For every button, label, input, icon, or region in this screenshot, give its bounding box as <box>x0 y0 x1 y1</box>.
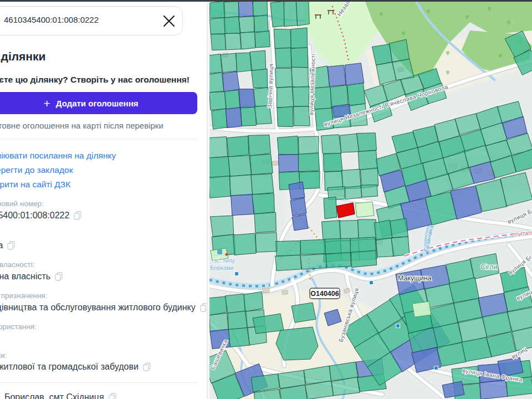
copy-icon[interactable] <box>55 272 63 281</box>
parcel[interactable] <box>276 327 318 360</box>
parcel[interactable] <box>291 28 308 48</box>
parcel[interactable] <box>209 296 227 315</box>
parcel-pale[interactable] <box>355 202 374 217</box>
parcel[interactable] <box>391 237 410 256</box>
parcel[interactable] <box>225 33 242 50</box>
parcel[interactable] <box>322 221 341 242</box>
parcel[interactable] <box>221 53 237 73</box>
parcel[interactable] <box>209 72 224 93</box>
parcel[interactable] <box>253 0 267 16</box>
parcel[interactable] <box>296 0 309 26</box>
parcel[interactable] <box>255 30 270 48</box>
parcel[interactable] <box>209 92 226 110</box>
parcel[interactable] <box>274 29 291 48</box>
parcel[interactable] <box>209 176 231 198</box>
parcel[interactable] <box>233 233 257 255</box>
parcel[interactable] <box>241 108 256 126</box>
parcel[interactable] <box>326 252 351 268</box>
add-listing-button[interactable]: + Додати оголошення <box>0 92 197 114</box>
close-icon[interactable] <box>162 14 176 28</box>
parcel-blue[interactable] <box>292 214 308 231</box>
open-dzk-action[interactable]: Відкрити на сайті ДЗК <box>0 180 70 190</box>
parcel[interactable] <box>251 174 274 195</box>
parcel[interactable] <box>325 238 351 254</box>
copy-icon[interactable] <box>7 241 15 250</box>
parcel[interactable] <box>275 255 301 271</box>
parcel[interactable] <box>324 197 337 219</box>
parcel[interactable] <box>239 16 254 33</box>
parcel[interactable] <box>250 50 266 70</box>
parcel[interactable] <box>462 337 492 362</box>
parcel[interactable] <box>300 239 326 254</box>
parcel-blue[interactable] <box>226 108 242 128</box>
parcel[interactable] <box>345 186 362 200</box>
parcel[interactable] <box>225 294 246 313</box>
parcel[interactable] <box>375 220 393 241</box>
parcel[interactable] <box>255 233 278 253</box>
parcel[interactable] <box>210 216 233 237</box>
parcel[interactable] <box>351 250 377 267</box>
parcel-blue[interactable] <box>328 65 346 86</box>
parcel[interactable] <box>227 136 249 157</box>
parcel[interactable] <box>254 212 276 233</box>
parcel[interactable] <box>236 53 252 72</box>
parcel[interactable] <box>228 311 248 330</box>
parcel-blue[interactable] <box>278 155 299 172</box>
parcel[interactable] <box>347 83 365 106</box>
parcel[interactable] <box>277 106 293 127</box>
parcel[interactable] <box>390 218 408 238</box>
parcel-blue[interactable] <box>239 89 255 109</box>
parcel[interactable] <box>248 135 270 156</box>
parcel[interactable] <box>291 47 308 68</box>
parcel[interactable] <box>209 54 222 73</box>
copy-icon[interactable] <box>143 362 151 371</box>
parcel[interactable] <box>298 136 318 155</box>
parcel[interactable] <box>224 16 240 33</box>
parcel[interactable] <box>356 133 376 152</box>
parcel[interactable] <box>209 137 228 158</box>
copy-icon[interactable] <box>74 211 81 220</box>
parcel[interactable] <box>361 185 378 197</box>
parcel[interactable] <box>212 109 228 129</box>
parcel-pale[interactable] <box>412 301 431 317</box>
parcel[interactable] <box>252 69 268 88</box>
parcel-blue[interactable] <box>290 198 306 216</box>
parcel[interactable] <box>293 86 309 107</box>
search-input[interactable] <box>3 14 138 25</box>
parcel[interactable] <box>228 156 252 176</box>
parcel[interactable] <box>340 134 359 152</box>
parcel[interactable] <box>313 87 332 110</box>
parcel[interactable] <box>211 34 226 50</box>
parcel[interactable] <box>244 291 263 311</box>
parcel[interactable] <box>250 154 273 175</box>
parcel[interactable] <box>291 67 309 88</box>
parcel[interactable] <box>241 32 255 49</box>
parcel-blue[interactable] <box>238 0 254 17</box>
parcel[interactable] <box>224 2 239 18</box>
parcel[interactable] <box>275 68 293 88</box>
parcel[interactable] <box>300 254 327 269</box>
cadastral-map[interactable]: О140406вулиця НезалежностіЗарічна вулиця… <box>209 0 532 399</box>
parcel[interactable] <box>291 303 316 323</box>
parcel-blue[interactable] <box>480 380 508 399</box>
parcel-blue[interactable] <box>289 182 305 200</box>
parcel[interactable] <box>210 18 227 34</box>
parcel[interactable] <box>324 153 343 171</box>
parcel[interactable] <box>358 150 377 170</box>
parcel-blue[interactable] <box>345 63 364 86</box>
parcel-blue[interactable] <box>222 71 240 92</box>
parcel[interactable] <box>321 135 341 154</box>
parcel[interactable] <box>277 87 294 108</box>
parcel[interactable] <box>276 241 301 257</box>
copy-link-action[interactable]: Скопіювати посилання на ділянку <box>0 151 116 161</box>
parcel[interactable] <box>224 90 240 110</box>
parcel[interactable] <box>341 169 361 188</box>
parcel[interactable] <box>277 136 298 155</box>
copy-icon[interactable] <box>109 393 116 399</box>
parcel[interactable] <box>298 153 320 172</box>
parcel[interactable] <box>275 48 291 68</box>
parcel[interactable] <box>209 1 225 18</box>
parcel[interactable] <box>254 15 268 32</box>
parcel-blue[interactable] <box>231 194 254 215</box>
parcel[interactable] <box>284 1 297 27</box>
